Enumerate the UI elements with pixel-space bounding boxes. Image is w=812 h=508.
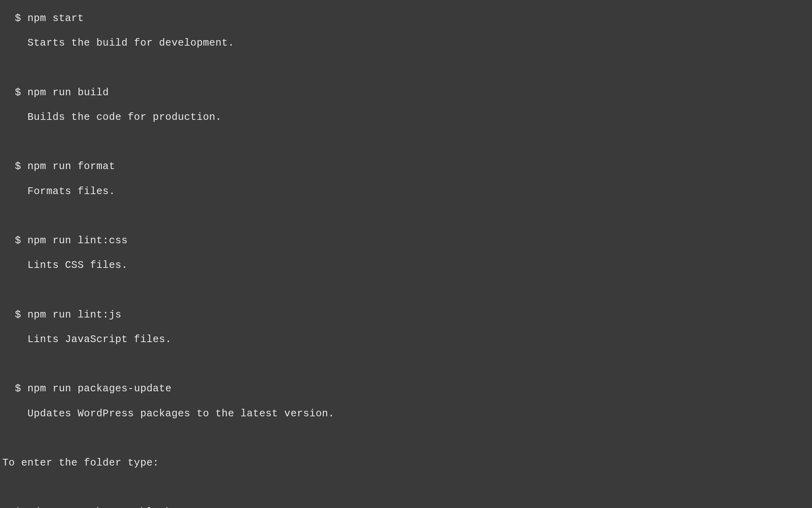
folder-command: cd awesome-button-block bbox=[27, 506, 171, 508]
command-text: npm start bbox=[27, 13, 84, 24]
blank-line bbox=[2, 62, 810, 74]
dollar-sign: $ bbox=[15, 13, 21, 24]
blank-line bbox=[2, 432, 810, 444]
folder-instruction: To enter the folder type: bbox=[2, 457, 810, 469]
command-text: npm run format bbox=[27, 161, 115, 172]
blank-line bbox=[2, 358, 810, 370]
terminal-output[interactable]: $ npm start Starts the build for develop… bbox=[0, 0, 812, 508]
command-line: $ npm start bbox=[2, 12, 810, 25]
command-text: npm run lint:js bbox=[27, 309, 121, 321]
dollar-sign: $ bbox=[15, 235, 21, 246]
blank-line bbox=[2, 210, 810, 222]
folder-command-line: $ cd awesome-button-block bbox=[2, 506, 810, 508]
command-desc: Starts the build for development. bbox=[2, 37, 810, 49]
command-text: npm run build bbox=[27, 87, 109, 98]
command-line: $ npm run lint:js bbox=[2, 309, 810, 321]
command-desc: Updates WordPress packages to the latest… bbox=[2, 408, 810, 420]
blank-line bbox=[2, 481, 810, 494]
dollar-sign: $ bbox=[15, 87, 21, 98]
blank-line bbox=[2, 136, 810, 148]
command-desc: Builds the code for production. bbox=[2, 111, 810, 123]
command-line: $ npm run lint:css bbox=[2, 235, 810, 247]
dollar-sign: $ bbox=[15, 309, 21, 321]
command-line: $ npm run build bbox=[2, 87, 810, 99]
command-line: $ npm run packages-update bbox=[2, 383, 810, 395]
command-desc: Lints CSS files. bbox=[2, 259, 810, 271]
blank-line bbox=[2, 284, 810, 296]
command-text: npm run lint:css bbox=[27, 235, 128, 246]
command-text: npm run packages-update bbox=[27, 383, 171, 394]
command-line: $ npm run format bbox=[2, 160, 810, 173]
dollar-sign: $ bbox=[15, 383, 21, 394]
dollar-sign: $ bbox=[15, 161, 21, 172]
dollar-sign: $ bbox=[15, 506, 21, 508]
command-desc: Formats files. bbox=[2, 185, 810, 198]
command-desc: Lints JavaScript files. bbox=[2, 333, 810, 346]
